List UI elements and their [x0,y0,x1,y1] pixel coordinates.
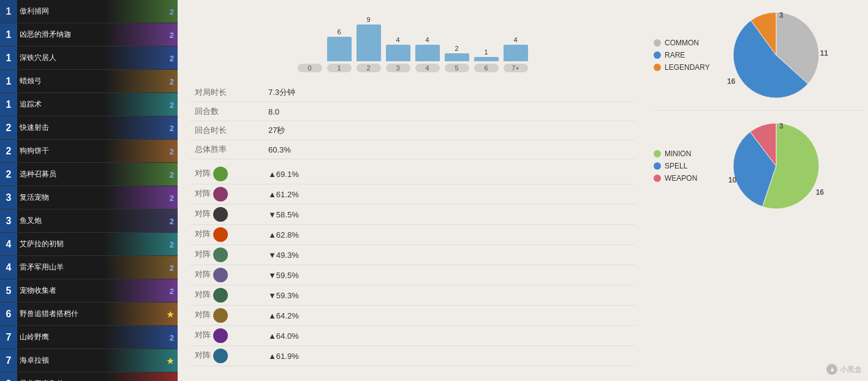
bar-chart-container: 6944214 01234567+ [190,6,635,78]
bar [504,45,528,61]
card-cost: 2 [0,116,17,140]
legend-item: WEAPON [654,174,715,183]
card-cost: 1 [0,93,17,116]
legend-dot [654,175,661,182]
card-item[interactable]: 2选种召募员2 [0,163,178,186]
stat-value-duration: 7.3分钟 [263,83,635,102]
right-panel: COMMONRARELEGENDARY 3 11 16 MINIONSPELLW… [647,0,868,381]
stats-table: 对局时长 7.3分钟 回合数 8.0 回合时长 27秒 总体胜率 60.3% [190,83,635,159]
bar-top-label: 2 [455,45,458,52]
card-name: 鱼叉炮 [17,216,178,226]
stat-row-rounds: 回合数 8.0 [190,102,635,121]
card-cost: 2 [0,140,17,163]
card-cost: 1 [0,0,17,23]
stat-label-rounds: 回合数 [190,102,263,121]
card-item[interactable]: 1傲利捕网2 [0,0,178,23]
bar-top-label: 4 [513,36,517,43]
bar [357,25,381,61]
card-item[interactable]: 2狗狗饼干2 [0,140,178,163]
legend-item: RARE [654,51,715,59]
matchup-row: 对阵 ▼58.5% [190,205,635,225]
rarity-num-right: 11 [820,49,828,58]
bar-group: 1 [474,48,499,61]
card-name: 暴龙王克鲁什 [17,379,178,381]
bar [474,57,499,61]
card-name: 宠物收集者 [17,285,178,296]
card-item[interactable]: 4雷矛军用山羊2 [0,256,178,279]
card-cost: 3 [0,209,17,233]
matchup-table: 对阵 ▲69.1%对阵 ▲61.2%对阵 ▼58.5%对阵 ▲62.8%对阵 ▼… [190,164,635,366]
type-pie [727,117,825,215]
card-item[interactable]: 4艾萨拉的初韧2 [0,233,178,256]
middle-panel: 6944214 01234567+ 对局时长 7.3分钟 回合数 8.0 回合时… [178,0,647,381]
legend-item: COMMON [654,39,715,47]
card-item[interactable]: 1追踪术2 [0,93,178,116]
card-name: 复活宠物 [17,192,178,203]
card-name: 快速射击 [17,123,178,133]
legend-dot [654,39,661,47]
card-name: 山岭野鹰 [17,332,178,342]
card-count: 2 [170,53,174,62]
card-count: 2 [170,170,174,179]
matchup-rate: ▲64.2% [263,306,635,326]
card-item[interactable]: 7海卓拉顿★ [0,349,178,372]
card-cost: 9 [0,372,17,381]
legend-dot [654,64,661,71]
card-list: 1傲利捕网21凶恶的滑矛纳迦21深铁穴居人21蜡烛弓21追踪术22快速射击22狗… [0,0,178,381]
type-section: MINIONSPELLWEAPON 3 10 16 [654,117,862,215]
stat-value-rounds: 8.0 [263,102,635,121]
card-count: 2 [170,240,174,249]
bar-top-label: 1 [484,48,488,56]
card-item[interactable]: 1深铁穴居人2 [0,47,178,70]
watermark-text: 小黑盒 [840,364,862,375]
card-item[interactable]: 5宠物收集者2 [0,279,178,303]
matchup-vs-label: 对阵 [190,346,263,366]
card-count: 2 [170,100,174,109]
matchup-row: 对阵 ▼59.3% [190,285,635,306]
card-item[interactable]: 1蜡烛弓2 [0,70,178,93]
card-cost: 5 [0,279,17,303]
watermark: ♟ 小黑盒 [826,364,862,375]
matchup-rate: ▲64.0% [263,326,635,346]
legend-item: SPELL [654,162,715,170]
card-item[interactable]: 6野兽追猎者搭档什★ [0,303,178,326]
matchup-row: 对阵 ▲61.9% [190,346,635,366]
bar-x-label: 2 [357,64,381,72]
legend-label: WEAPON [665,174,697,183]
rarity-section: COMMONRARELEGENDARY 3 11 16 [654,6,862,104]
bar [415,45,440,61]
bar [327,37,352,61]
matchup-vs-label: 对阵 [190,306,263,326]
stat-row-round-duration: 回合时长 27秒 [190,121,635,140]
card-item[interactable]: 9暴龙王克鲁什★ [0,372,178,381]
divider [654,110,862,111]
card-count: 2 [170,30,174,39]
card-cost: 3 [0,186,17,209]
card-count: 2 [170,77,174,86]
watermark-icon: ♟ [826,364,837,375]
card-item[interactable]: 1凶恶的滑矛纳迦2 [0,23,178,47]
matchup-vs-label: 对阵 [190,184,263,205]
bar-x-label: 4 [415,64,440,72]
bar-group: 4 [415,36,440,61]
card-item[interactable]: 2快速射击2 [0,116,178,140]
card-cost: 1 [0,70,17,93]
card-name: 狗狗饼干 [17,146,178,156]
legend-item: MINION [654,149,715,158]
rarity-legend: COMMONRARELEGENDARY [654,39,715,72]
card-item[interactable]: 3鱼叉炮2 [0,209,178,233]
card-item[interactable]: 7山岭野鹰2 [0,326,178,349]
type-num-top: 3 [779,122,783,130]
card-item[interactable]: 3复活宠物2 [0,186,178,209]
legend-label: MINION [665,149,691,158]
card-count: ★ [167,309,174,319]
legend-item: LEGENDARY [654,63,715,72]
bar-x-label: 0 [298,64,322,72]
bar-chart: 6944214 [298,12,528,61]
matchup-rate: ▲69.1% [263,164,635,184]
matchup-rate: ▼49.3% [263,245,635,265]
card-count: 2 [170,193,174,202]
bar-group: 6 [327,28,352,61]
card-cost: 7 [0,349,17,372]
bar-group: 9 [357,16,381,61]
